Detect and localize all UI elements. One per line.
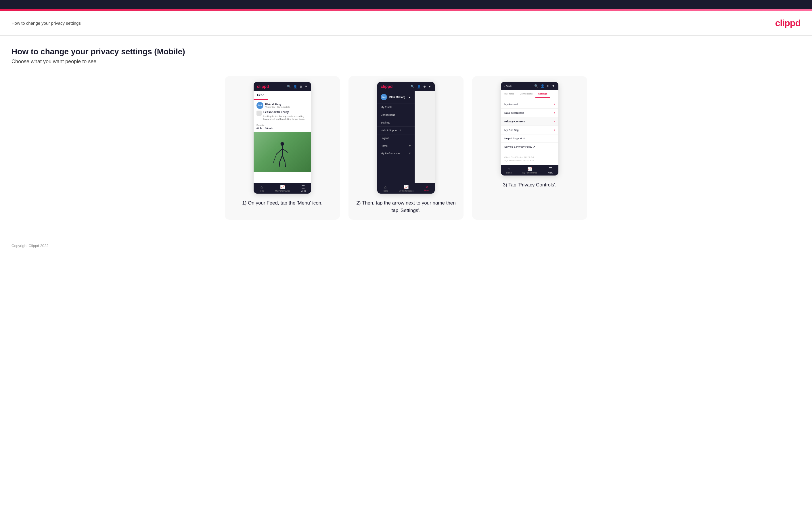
feed-tab: Feed	[254, 91, 268, 100]
menu-label-2: Menu	[424, 189, 429, 191]
back-button[interactable]: ‹ Back	[504, 85, 512, 88]
step-caption-1: 1) On your Feed, tap the 'Menu' icon.	[242, 200, 322, 207]
menu-user-name: Blair McHarg	[389, 96, 405, 99]
page-heading: How to change your privacy settings (Mob…	[11, 47, 801, 56]
menu-user-row: BM Blair McHarg ▲	[377, 91, 415, 103]
user-icon-2: 👤	[417, 85, 421, 89]
settings-icon-1: ⊕	[300, 85, 302, 89]
tab-settings[interactable]: Settings	[536, 90, 550, 98]
feed-duration-value: 01 hr : 30 min	[256, 127, 308, 130]
steps-container: clippd 🔍 👤 ⊕ ▼ Feed BM	[11, 76, 801, 220]
settings-item-golfbag[interactable]: My Golf Bag ›	[501, 126, 558, 134]
feed-user-row: BM Blair McHarg Yesterday · Sunningdale	[256, 102, 308, 109]
menu-item-settings[interactable]: Settings	[377, 119, 415, 127]
settings-icon-2: ⊕	[423, 85, 426, 89]
menu-item-logout[interactable]: Logout	[377, 134, 415, 142]
step-card-1: clippd 🔍 👤 ⊕ ▼ Feed BM	[225, 76, 340, 220]
performance-label-2: My Performance	[399, 190, 413, 192]
bottom-nav-menu-2: ✕ Menu	[424, 185, 429, 191]
settings-policy-label: Service & Privacy Policy ↗	[504, 145, 536, 148]
svg-line-7	[285, 162, 286, 167]
menu-avatar: BM	[381, 94, 387, 100]
user-icon-3: 👤	[541, 84, 545, 88]
menu-item-profile[interactable]: My Profile	[377, 103, 415, 111]
settings-help-label: Help & Support ↗	[504, 137, 525, 140]
search-icon-2: 🔍	[411, 85, 415, 89]
menu-label-3: Menu	[548, 172, 553, 174]
settings-privacy-label: Privacy Controls	[504, 120, 525, 123]
feed-user-name: Blair McHarg	[265, 103, 290, 106]
menu-section-home[interactable]: Home ▼	[377, 142, 415, 150]
phone-bottom-nav-2: ⌂ Home 📈 My Performance ✕ Menu	[377, 183, 435, 193]
settings-list: My Account › Data Integrations › Privacy…	[501, 98, 558, 153]
svg-line-8	[273, 154, 276, 163]
header: How to change your privacy settings clip…	[0, 11, 812, 36]
svg-line-5	[283, 155, 285, 162]
settings-icon-3: ⊕	[547, 84, 550, 88]
performance-icon-1: 📈	[280, 185, 285, 189]
feed-user-sub: Yesterday · Sunningdale	[265, 106, 290, 108]
settings-account-label: My Account	[504, 103, 518, 106]
version-line2: SQL Server Version: 2022.7.30-1	[504, 159, 555, 162]
home-label-3: Home	[506, 172, 512, 174]
phone-nav-icons-3: 🔍 👤 ⊕ ▼	[534, 84, 555, 88]
menu-home-arrow: ▼	[409, 145, 411, 147]
phone-bottom-nav-3: ⌂ Home 📈 My Performance ☰ Menu	[501, 165, 558, 175]
settings-item-data[interactable]: Data Integrations ›	[501, 109, 558, 117]
settings-item-policy[interactable]: Service & Privacy Policy ↗	[501, 143, 558, 151]
menu-icon-1: ☰	[301, 185, 305, 189]
logo: clippd	[775, 18, 801, 29]
feed-lesson-title: Lesson with Fordy	[263, 111, 308, 114]
search-icon-1: 🔍	[287, 85, 291, 89]
bottom-nav-performance-3: 📈 My Performance	[522, 167, 537, 174]
chevron-icon-1: ▼	[305, 85, 308, 89]
settings-data-arrow: ›	[554, 111, 555, 114]
step-card-3: ‹ Back 🔍 👤 ⊕ ▼ My Profile Connections Se…	[472, 76, 587, 220]
settings-item-help[interactable]: Help & Support ↗	[501, 134, 558, 143]
menu-home-label: Home	[381, 145, 388, 147]
phone-logo-2: clippd	[381, 84, 393, 89]
performance-label-3: My Performance	[522, 172, 537, 174]
header-title: How to change your privacy settings	[11, 21, 81, 25]
menu-chevron-up: ▲	[408, 96, 411, 99]
menu-item-connections[interactable]: Connections	[377, 111, 415, 119]
home-icon-2: ⌂	[384, 185, 387, 189]
version-line1: Clippd Client Version: 2022.8.3-3	[504, 156, 555, 159]
chevron-icon-3: ▼	[552, 84, 555, 88]
tab-my-profile[interactable]: My Profile	[501, 90, 517, 98]
bottom-nav-home-2: ⌂ Home	[383, 185, 388, 192]
menu-item-help[interactable]: Help & Support ↗	[377, 127, 415, 134]
phone-logo-1: clippd	[257, 84, 269, 89]
phone-body-2: BM Blair McHarg ▲ My Profile Connections…	[377, 91, 435, 183]
bottom-nav-home-3: ⌂ Home	[506, 167, 512, 174]
close-icon-2: ✕	[425, 185, 428, 189]
feed-post: BM Blair McHarg Yesterday · Sunningdale …	[254, 100, 311, 132]
settings-golfbag-arrow: ›	[554, 128, 555, 131]
feed-avatar: BM	[256, 102, 263, 109]
menu-label-1: Menu	[301, 190, 306, 192]
settings-item-account[interactable]: My Account ›	[501, 100, 558, 109]
phone-bottom-nav-1: ⌂ Home 📈 My Performance ☰ Menu	[254, 183, 311, 193]
performance-label-1: My Performance	[275, 190, 290, 192]
settings-account-arrow: ›	[554, 103, 555, 106]
home-icon-3: ⌂	[508, 167, 510, 171]
svg-line-6	[279, 162, 280, 167]
svg-line-4	[280, 155, 283, 162]
home-label-2: Home	[383, 190, 388, 192]
phone-screen-2: clippd 🔍 👤 ⊕ ▼	[377, 82, 435, 193]
golfer-svg	[271, 141, 294, 172]
feed-desc: Looking to feel like my hands are exitin…	[263, 115, 308, 121]
tab-connections[interactable]: Connections	[517, 90, 536, 98]
footer-copyright: Copyright Clippd 2022	[11, 243, 49, 248]
screen2-bg-feed	[415, 91, 435, 183]
settings-item-privacy[interactable]: Privacy Controls ›	[501, 117, 558, 126]
bottom-nav-performance-1: 📈 My Performance	[275, 185, 290, 192]
phone-screen-3: ‹ Back 🔍 👤 ⊕ ▼ My Profile Connections Se…	[501, 82, 558, 175]
home-label-1: Home	[259, 190, 264, 192]
menu-user-info: BM Blair McHarg	[381, 94, 405, 100]
user-icon-1: 👤	[293, 85, 297, 89]
svg-line-3	[283, 149, 288, 153]
menu-section-performance[interactable]: My Performance ▼	[377, 150, 415, 157]
settings-privacy-arrow: ›	[554, 120, 555, 123]
search-icon-3: 🔍	[534, 84, 538, 88]
